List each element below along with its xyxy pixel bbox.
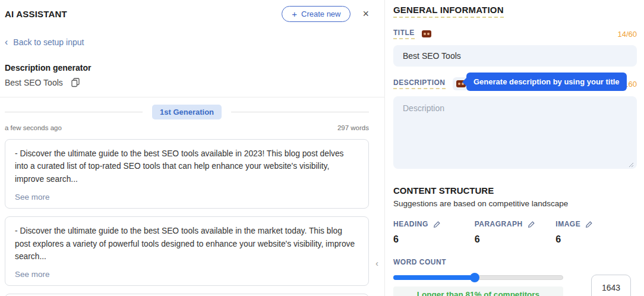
resize-handle-icon[interactable] bbox=[629, 162, 634, 168]
plus-icon: + bbox=[292, 10, 297, 18]
app: AI ASSISTANT + Create new × ‹ Back to se… bbox=[0, 0, 644, 296]
paragraph-metric: PARAGRAPH 6 bbox=[475, 220, 556, 245]
result-text: - Discover the ultimate guide to the bes… bbox=[15, 147, 359, 185]
section-title: GENERAL INFORMATION bbox=[393, 5, 504, 18]
result-card: - Discover the ultimate guide to the bes… bbox=[5, 139, 369, 209]
robot-icon bbox=[422, 30, 431, 37]
edit-paragraph-pencil-icon[interactable] bbox=[528, 221, 535, 228]
generation-divider: 1st Generation bbox=[5, 105, 369, 119]
divider bbox=[0, 97, 385, 97]
word-count-input[interactable] bbox=[591, 275, 631, 296]
generator-input-value: Best SEO Tools bbox=[5, 78, 63, 87]
image-label: IMAGE bbox=[555, 220, 580, 228]
title-input[interactable] bbox=[393, 45, 637, 67]
generation-timestamp: a few seconds ago bbox=[5, 124, 62, 131]
image-metric: IMAGE 6 bbox=[555, 220, 637, 245]
word-count-row: Longer than 81% of competitors bbox=[393, 275, 637, 296]
word-count-slider[interactable] bbox=[393, 275, 563, 281]
competitor-status-badge: Longer than 81% of competitors bbox=[393, 286, 563, 296]
ai-assistant-header: AI ASSISTANT + Create new × bbox=[5, 5, 384, 23]
generator-input-row: Best SEO Tools bbox=[5, 78, 384, 87]
generate-description-tooltip: Generate description by using your title bbox=[466, 73, 627, 91]
close-icon[interactable]: × bbox=[362, 8, 369, 19]
word-count-slider-area: Longer than 81% of competitors bbox=[393, 275, 563, 296]
heading-metric: HEADING 6 bbox=[393, 220, 475, 245]
result-card: - Discover the ultimate guide to the bes… bbox=[5, 294, 369, 296]
chevron-left-icon: ‹ bbox=[5, 37, 8, 48]
content-structure-title: CONTENT STRUCTURE bbox=[393, 185, 637, 196]
description-textarea-wrap bbox=[393, 96, 637, 171]
image-value: 6 bbox=[555, 234, 637, 245]
title-field-row: TITLE 14/60 bbox=[393, 29, 637, 39]
divider-line-left bbox=[5, 112, 143, 112]
generator-title: Description generator bbox=[5, 63, 384, 73]
word-count-slider-fill bbox=[393, 275, 475, 280]
result-card: - Discover the ultimate guide to the bes… bbox=[5, 216, 369, 286]
see-more-link[interactable]: See more bbox=[15, 193, 50, 201]
title-label: TITLE bbox=[393, 29, 415, 39]
create-new-label: Create new bbox=[301, 10, 340, 18]
title-char-counter: 14/60 bbox=[617, 30, 637, 39]
paragraph-value: 6 bbox=[475, 234, 556, 245]
create-new-button[interactable]: + Create new bbox=[282, 6, 351, 22]
generation-word-count: 297 words bbox=[337, 124, 369, 131]
heading-label: HEADING bbox=[393, 220, 428, 228]
edit-image-pencil-icon[interactable] bbox=[585, 221, 593, 228]
copy-icon[interactable] bbox=[71, 78, 80, 87]
back-link-label: Back to setup input bbox=[13, 37, 84, 47]
content-structure-subtitle: Suggestions are based on competitive lan… bbox=[393, 199, 637, 208]
ai-assistant-panel: AI ASSISTANT + Create new × ‹ Back to se… bbox=[0, 0, 385, 296]
see-more-link[interactable]: See more bbox=[15, 270, 50, 279]
edit-heading-pencil-icon[interactable] bbox=[433, 221, 441, 228]
back-link[interactable]: ‹ Back to setup input bbox=[5, 37, 84, 48]
panel-title: AI ASSISTANT bbox=[5, 9, 67, 19]
divider-line-right bbox=[231, 112, 369, 112]
description-label: DESCRIPTION bbox=[393, 78, 446, 89]
collapse-panel-icon[interactable]: ‹ bbox=[375, 258, 378, 268]
generation-badge: 1st Generation bbox=[152, 105, 222, 119]
ai-generate-title-robot-icon[interactable] bbox=[422, 30, 431, 37]
heading-value: 6 bbox=[393, 234, 475, 245]
slider-thumb[interactable] bbox=[470, 273, 479, 282]
paragraph-label: PARAGRAPH bbox=[475, 220, 523, 228]
word-count-label: WORD COUNT bbox=[393, 258, 637, 266]
content-structure-grid: HEADING 6 PARAGRAPH bbox=[393, 220, 637, 245]
description-field-row: DESCRIPTION Generate description by usin… bbox=[393, 77, 637, 90]
general-information-panel: GENERAL INFORMATION TITLE 14/60 DESCRIPT… bbox=[393, 5, 637, 296]
result-text: - Discover the ultimate guide to the bes… bbox=[15, 225, 359, 263]
description-textarea[interactable] bbox=[393, 96, 637, 169]
generation-meta: a few seconds ago 297 words bbox=[5, 124, 369, 131]
